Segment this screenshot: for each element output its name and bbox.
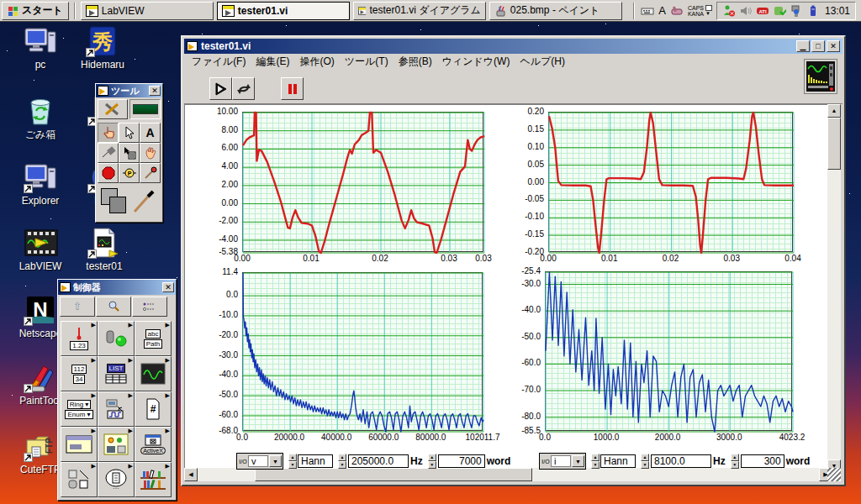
y-tick-label: -60.0 — [502, 358, 541, 367]
task-button-1[interactable]: LabVIEW — [81, 2, 214, 20]
select-control-button[interactable]: ▶ — [135, 462, 172, 497]
desktop-icon-hidemaru[interactable]: 秀Hidemaru — [74, 25, 131, 71]
path-glyph: Path — [144, 339, 162, 349]
menu-item-7[interactable]: ヘルプ(H) — [515, 53, 569, 71]
boolean-controls-button[interactable]: ▶ — [98, 321, 135, 356]
user-controls-button[interactable]: ▶ … — [98, 462, 135, 497]
channel-dropdown-left[interactable]: ▼ — [269, 455, 282, 467]
position-tool-button[interactable] — [119, 123, 140, 143]
channel-selector-left[interactable]: I/O v ▼ — [236, 453, 283, 470]
scroll-up-button[interactable]: ▲ — [827, 104, 841, 118]
refnum-controls-button[interactable]: ▶ # — [135, 391, 172, 427]
color-copy-tool-button[interactable] — [140, 163, 161, 183]
window-function-right[interactable]: Hann — [600, 454, 636, 468]
task-button-3[interactable]: tester01.vi ダイアグラム — [353, 2, 486, 20]
tools-palette-close-button[interactable]: ✕ — [149, 86, 161, 96]
operate-tool-button[interactable] — [98, 123, 119, 143]
desktop-icon-tester01[interactable]: tester01 — [76, 227, 133, 272]
desktop-icon-labview[interactable]: LabVIEW — [12, 227, 69, 272]
scroll-tool-button[interactable] — [140, 143, 161, 163]
desktop-icon-explorer[interactable]: Explorer — [12, 161, 69, 207]
menu-item-4[interactable]: ツール(T) — [341, 53, 393, 71]
activex-controls-button[interactable]: ▶ ActiveX — [135, 427, 172, 462]
taskbar-clock[interactable]: 13:01 — [823, 5, 850, 17]
paintbrush-icon[interactable] — [131, 188, 156, 215]
battery-icon[interactable] — [806, 4, 820, 18]
desktop-icon-pc[interactable]: pc — [12, 25, 69, 71]
controls-palette-titlebar[interactable]: 制御器 ✕ — [58, 280, 176, 295]
status-offline-icon[interactable] — [722, 4, 736, 18]
numeric-controls-button[interactable]: ▶ 1.23 — [61, 321, 98, 356]
vertical-scroll-thumb[interactable] — [827, 118, 841, 170]
palette-search-button[interactable] — [96, 297, 131, 317]
sample-count-right[interactable]: 300 — [741, 454, 784, 468]
maximize-button[interactable]: □ — [811, 40, 825, 52]
channel-dropdown-right[interactable]: ▼ — [572, 455, 584, 467]
run-button[interactable] — [209, 77, 232, 100]
scroll-left-button[interactable]: ◀ — [184, 468, 198, 481]
sample-rate-right[interactable]: 8100.0 — [651, 454, 711, 468]
window-titlebar[interactable]: tester01.vi ▁ □ ✕ — [184, 39, 843, 54]
window-spinner-left[interactable]: ▲▼ — [288, 454, 297, 469]
pan-hand-icon — [144, 146, 157, 160]
controls-palette-close-button[interactable]: ✕ — [162, 282, 174, 292]
menu-item-5[interactable]: 参照(B) — [394, 53, 436, 71]
volume-icon[interactable] — [739, 4, 753, 18]
list-table-controls-button[interactable]: ▶ LIST — [98, 356, 135, 391]
decorations-controls-button[interactable]: ▶ — [61, 462, 98, 497]
desktop-icon--[interactable]: ごみ箱 — [12, 94, 69, 142]
window-function-left[interactable]: Hann — [298, 454, 333, 468]
io-controls-button[interactable]: ▶ — [98, 391, 135, 427]
sample-count-left[interactable]: 7000 — [438, 454, 485, 468]
pcmcia-icon[interactable] — [773, 4, 786, 18]
task-button-2[interactable]: tester01.vi — [217, 2, 350, 20]
usb-device-icon[interactable] — [790, 4, 803, 18]
sample-rate-left[interactable]: 205000.0 — [348, 454, 409, 468]
close-button[interactable]: ✕ — [827, 40, 840, 52]
vidoc-icon — [87, 227, 121, 259]
array-cluster-controls-button[interactable]: ▶ 112 34 — [61, 356, 98, 391]
tools-palette-titlebar[interactable]: ツール ✕ — [96, 84, 162, 97]
task-button-4[interactable]: 025.bmp - ペイント — [489, 2, 622, 20]
caps-kana-indicator[interactable]: CAPS KANA ▼ — [688, 5, 712, 17]
ati-icon[interactable]: ATI — [756, 4, 769, 18]
svg-text:#: # — [151, 403, 156, 415]
background-color-swatch[interactable] — [109, 197, 126, 213]
classic-controls-button[interactable]: ▶ — [98, 427, 135, 462]
auto-tool-button[interactable] — [98, 99, 128, 119]
menu-tool-button[interactable] — [119, 143, 140, 163]
rate-spinner-right[interactable]: ▲▼ — [641, 454, 649, 469]
menu-item-1[interactable]: ファイル(F) — [188, 53, 250, 71]
probe-tool-button[interactable]: P — [119, 163, 140, 183]
menu-item-2[interactable]: 編集(E) — [251, 53, 293, 71]
minimize-button[interactable]: ▁ — [796, 40, 810, 52]
rate-spinner-left[interactable]: ▲▼ — [338, 454, 346, 469]
channel-value-right[interactable]: i — [551, 455, 571, 467]
containers-controls-button[interactable]: ▶ — [61, 427, 98, 462]
ime-palette-icon[interactable] — [670, 4, 684, 18]
ring-enum-controls-button[interactable]: ▶ Ring ▾ Enum ▾ — [61, 391, 98, 427]
palette-options-button[interactable] — [132, 297, 167, 317]
vertical-scrollbar[interactable]: ▲ ▼ — [827, 104, 841, 473]
window-spinner-right[interactable]: ▲▼ — [591, 454, 600, 469]
menu-item-6[interactable]: ウィンドウ(W) — [438, 53, 515, 71]
breakpoint-tool-button[interactable] — [98, 163, 119, 183]
wire-tool-button[interactable] — [98, 143, 119, 163]
vi-icon[interactable] — [804, 59, 837, 94]
menu-item-3[interactable]: 操作(O) — [295, 53, 338, 71]
label-tool-button[interactable]: A — [140, 123, 161, 143]
string-controls-button[interactable]: ▶ abc Path — [135, 321, 172, 356]
run-continuous-button[interactable] — [232, 77, 255, 100]
samples-spinner-left[interactable]: ▲▼ — [428, 454, 436, 469]
keyboard-icon[interactable] — [641, 4, 654, 18]
ime-input-mode[interactable]: A — [658, 4, 666, 17]
palette-up-button[interactable]: ⇧ — [60, 297, 95, 317]
channel-value-left[interactable]: v — [248, 455, 268, 467]
graph-controls-button[interactable]: ▶ — [135, 356, 172, 391]
samples-spinner-right[interactable]: ▲▼ — [731, 454, 739, 469]
pause-button[interactable] — [281, 77, 304, 100]
channel-selector-right[interactable]: I/O i ▼ — [539, 453, 586, 470]
resize-grip[interactable] — [827, 468, 841, 481]
start-button[interactable]: スタート — [2, 2, 69, 20]
user-control-bubble-icon: … — [104, 469, 128, 491]
